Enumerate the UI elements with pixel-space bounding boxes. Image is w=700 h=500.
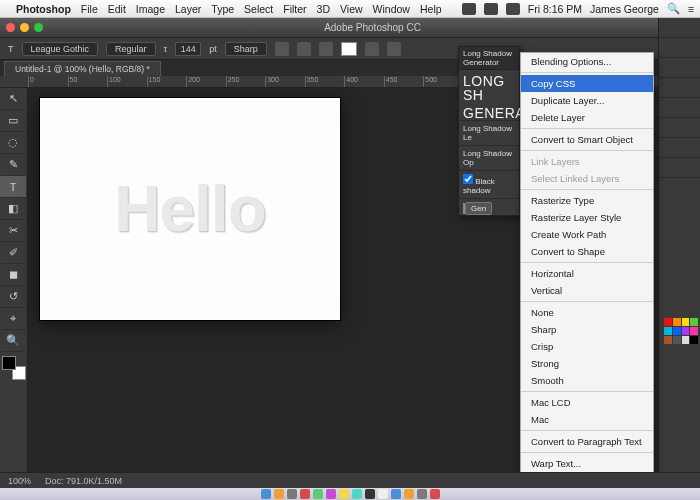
move-tool[interactable]: ↖ xyxy=(0,88,26,110)
shadow-opacity-row: Long Shadow Op xyxy=(459,145,519,170)
menu-filter[interactable]: Filter xyxy=(283,3,306,15)
right-panel-dock[interactable] xyxy=(658,18,700,478)
align-right-icon[interactable] xyxy=(319,42,333,56)
mac-dock[interactable] xyxy=(0,488,700,500)
mi-aa-strong[interactable]: Strong xyxy=(521,355,653,372)
menu-window[interactable]: Window xyxy=(373,3,410,15)
dock-app-icon[interactable] xyxy=(417,489,427,499)
menubar-icon[interactable] xyxy=(484,3,498,15)
mi-horizontal[interactable]: Horizontal xyxy=(521,265,653,282)
mi-mac[interactable]: Mac xyxy=(521,411,653,428)
mac-menubar: Photoshop File Edit Image Layer Type Sel… xyxy=(0,0,700,18)
app-menu[interactable]: Photoshop xyxy=(16,3,71,15)
mi-rasterize-type[interactable]: Rasterize Type xyxy=(521,192,653,209)
font-style-select[interactable]: Regular xyxy=(106,42,156,56)
text-layer-hello[interactable]: Hello xyxy=(114,172,265,246)
marquee-tool[interactable]: ▭ xyxy=(0,110,26,132)
mi-convert-paragraph[interactable]: Convert to Paragraph Text xyxy=(521,433,653,450)
doc-info[interactable]: Doc: 791.0K/1.50M xyxy=(45,476,122,486)
dock-app-icon[interactable] xyxy=(313,489,323,499)
black-shadow-check[interactable]: Black shadow xyxy=(459,170,519,198)
dock-app-icon[interactable] xyxy=(365,489,375,499)
menu-layer[interactable]: Layer xyxy=(175,3,201,15)
rotate-tool[interactable]: ↺ xyxy=(0,286,26,308)
swatches-panel[interactable] xyxy=(664,318,698,366)
mi-delete-layer[interactable]: Delete Layer xyxy=(521,109,653,126)
mi-aa-smooth[interactable]: Smooth xyxy=(521,372,653,389)
text-color-swatch[interactable] xyxy=(341,42,357,56)
menubar-icon[interactable] xyxy=(506,3,520,15)
crop-tool[interactable]: ✂ xyxy=(0,220,26,242)
mi-rasterize-style[interactable]: Rasterize Layer Style xyxy=(521,209,653,226)
menu-image[interactable]: Image xyxy=(136,3,165,15)
canvas-area[interactable]: Hello xyxy=(40,98,340,320)
dock-app-icon[interactable] xyxy=(391,489,401,499)
menu-help[interactable]: Help xyxy=(420,3,442,15)
font-size-input[interactable]: 144 xyxy=(175,42,201,56)
document-tab[interactable]: Untitled-1 @ 100% (Hello, RGB/8) * xyxy=(4,61,161,76)
mi-aa-crisp[interactable]: Crisp xyxy=(521,338,653,355)
zoom-tool[interactable]: 🔍 xyxy=(0,330,26,352)
status-bar: 100% Doc: 791.0K/1.50M xyxy=(0,472,700,488)
canvas[interactable]: Hello xyxy=(40,98,340,320)
panel-header[interactable]: Long Shadow Generator xyxy=(459,47,519,70)
menu-select[interactable]: Select xyxy=(244,3,273,15)
minimize-button[interactable] xyxy=(20,23,29,32)
zoom-level[interactable]: 100% xyxy=(8,476,31,486)
layer-context-menu: Blending Options... Copy CSS Duplicate L… xyxy=(520,52,654,500)
dock-app-icon[interactable] xyxy=(274,489,284,499)
dock-app-icon[interactable] xyxy=(404,489,414,499)
dock-app-icon[interactable] xyxy=(287,489,297,499)
menubar-icon[interactable] xyxy=(462,3,476,15)
mi-vertical[interactable]: Vertical xyxy=(521,282,653,299)
lasso-tool[interactable]: ◌ xyxy=(0,132,26,154)
menu-extra-icon[interactable]: ≡ xyxy=(688,3,694,15)
menubar-user[interactable]: James George xyxy=(590,3,659,15)
align-left-icon[interactable] xyxy=(275,42,289,56)
generate-button[interactable]: Gen xyxy=(465,202,492,215)
spotlight-icon[interactable]: 🔍 xyxy=(667,2,680,15)
mi-duplicate-layer[interactable]: Duplicate Layer... xyxy=(521,92,653,109)
pen-tool[interactable]: ✐ xyxy=(0,242,26,264)
mi-convert-shape[interactable]: Convert to Shape xyxy=(521,243,653,260)
menu-edit[interactable]: Edit xyxy=(108,3,126,15)
mi-copy-css[interactable]: Copy CSS xyxy=(521,75,653,92)
font-family-select[interactable]: League Gothic xyxy=(22,42,99,56)
close-button[interactable] xyxy=(6,23,15,32)
mi-convert-smart-object[interactable]: Convert to Smart Object xyxy=(521,131,653,148)
dock-app-icon[interactable] xyxy=(326,489,336,499)
shadow-length-row: Long Shadow Le xyxy=(459,120,519,145)
brush-tool[interactable]: ✎ xyxy=(0,154,26,176)
shape-tool[interactable]: ◼ xyxy=(0,264,26,286)
mi-mac-lcd[interactable]: Mac LCD xyxy=(521,394,653,411)
font-size-label: τ xyxy=(164,44,168,54)
window-controls xyxy=(6,23,43,32)
type-tool[interactable]: T xyxy=(0,176,26,198)
dock-app-icon[interactable] xyxy=(339,489,349,499)
warp-text-icon[interactable] xyxy=(365,42,379,56)
mi-warp-text[interactable]: Warp Text... xyxy=(521,455,653,472)
hand-tool[interactable]: ⌖ xyxy=(0,308,26,330)
dock-app-icon[interactable] xyxy=(300,489,310,499)
mi-aa-none[interactable]: None xyxy=(521,304,653,321)
mi-blending-options[interactable]: Blending Options... xyxy=(521,53,653,70)
dock-app-icon[interactable] xyxy=(378,489,388,499)
align-center-icon[interactable] xyxy=(297,42,311,56)
anti-alias-select[interactable]: Sharp xyxy=(225,42,267,56)
menu-file[interactable]: File xyxy=(81,3,98,15)
mi-aa-sharp[interactable]: Sharp xyxy=(521,321,653,338)
gradient-tool[interactable]: ◧ xyxy=(0,198,26,220)
menu-type[interactable]: Type xyxy=(211,3,234,15)
dock-app-icon[interactable] xyxy=(261,489,271,499)
dock-app-icon[interactable] xyxy=(430,489,440,499)
menu-view[interactable]: View xyxy=(340,3,363,15)
menubar-time[interactable]: Fri 8:16 PM xyxy=(528,3,582,15)
mi-select-linked: Select Linked Layers xyxy=(521,170,653,187)
zoom-button[interactable] xyxy=(34,23,43,32)
menu-3d[interactable]: 3D xyxy=(317,3,330,15)
dock-app-icon[interactable] xyxy=(352,489,362,499)
color-picker[interactable] xyxy=(2,356,26,380)
mi-create-work-path[interactable]: Create Work Path xyxy=(521,226,653,243)
long-shadow-panel[interactable]: Long Shadow Generator LONG SH GENERAT Lo… xyxy=(458,46,520,216)
character-panel-icon[interactable] xyxy=(387,42,401,56)
